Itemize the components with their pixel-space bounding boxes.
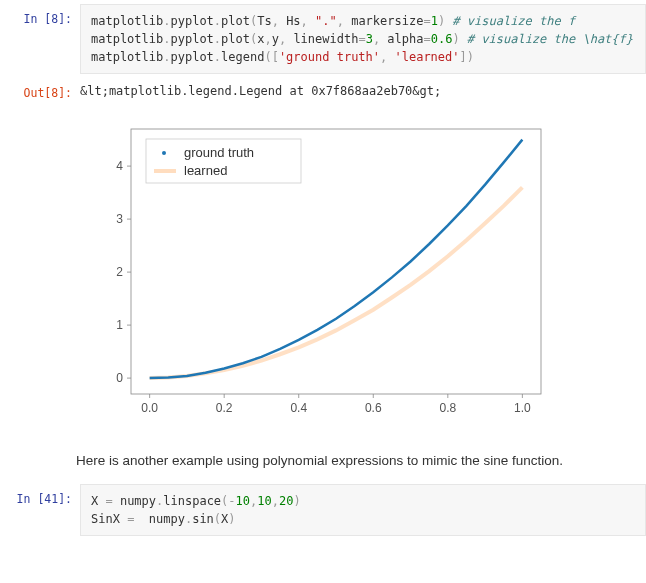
- code-token: ): [452, 32, 459, 46]
- code-comment: # visualize the f: [445, 14, 575, 28]
- code-token: numpy: [113, 494, 156, 508]
- code-token: ".": [315, 14, 337, 28]
- code-token: legend: [221, 50, 264, 64]
- code-token: 10: [236, 494, 250, 508]
- code-token: pyplot: [170, 50, 213, 64]
- code-token: matplotlib: [91, 32, 163, 46]
- code-token: 3: [366, 32, 373, 46]
- code-token: ,: [264, 32, 271, 46]
- code-token: =: [358, 32, 365, 46]
- code-token: Ts: [257, 14, 271, 28]
- chart-output: 0.00.20.40.60.81.001234ground truthlearn…: [0, 104, 646, 441]
- code-token: =: [423, 32, 430, 46]
- svg-point-24: [162, 151, 166, 155]
- code-token: 'ground truth': [279, 50, 380, 64]
- output-prompt: Out[8]:: [0, 78, 80, 100]
- code-token: 1: [431, 14, 438, 28]
- input-prompt: In [8]:: [0, 4, 80, 26]
- code-token: plot: [221, 32, 250, 46]
- code-token: ,: [279, 32, 293, 46]
- code-token: markersize: [351, 14, 423, 28]
- svg-text:3: 3: [116, 212, 123, 226]
- narrative-text: Here is another example using polynomial…: [0, 441, 646, 480]
- code-token: matplotlib: [91, 14, 163, 28]
- code-block: X = numpy.linspace(-10,10,20) SinX = num…: [80, 484, 646, 536]
- output-cell-8: Out[8]: &lt;matplotlib.legend.Legend at …: [0, 78, 646, 100]
- code-token: ([: [264, 50, 278, 64]
- svg-text:1.0: 1.0: [514, 401, 531, 415]
- code-token: pyplot: [170, 32, 213, 46]
- code-token: 'learned': [395, 50, 460, 64]
- code-token: pyplot: [170, 14, 213, 28]
- code-token: =: [423, 14, 430, 28]
- code-token: linspace: [163, 494, 221, 508]
- code-token: X: [91, 494, 105, 508]
- output-text: &lt;matplotlib.legend.Legend at 0x7f868a…: [80, 78, 646, 98]
- code-token: ): [228, 512, 235, 526]
- svg-text:learned: learned: [184, 163, 227, 178]
- svg-text:0.6: 0.6: [365, 401, 382, 415]
- code-token: -: [228, 494, 235, 508]
- code-token: SinX: [91, 512, 127, 526]
- code-token: .: [214, 14, 221, 28]
- code-token: 0.6: [431, 32, 453, 46]
- code-token: .: [214, 32, 221, 46]
- code-token: 10: [257, 494, 271, 508]
- code-block: matplotlib.pyplot.plot(Ts, Hs, ".", mark…: [80, 4, 646, 74]
- svg-text:ground truth: ground truth: [184, 145, 254, 160]
- code-token: alpha: [387, 32, 423, 46]
- code-token: .: [214, 50, 221, 64]
- code-token: ,: [337, 14, 351, 28]
- svg-text:0.8: 0.8: [439, 401, 456, 415]
- code-token: sin: [192, 512, 214, 526]
- svg-text:0.4: 0.4: [290, 401, 307, 415]
- svg-text:1: 1: [116, 318, 123, 332]
- code-comment: # visualize the \hat{f}: [460, 32, 633, 46]
- code-token: numpy: [134, 512, 185, 526]
- code-token: =: [105, 494, 112, 508]
- code-token: y: [272, 32, 279, 46]
- svg-text:0: 0: [116, 371, 123, 385]
- code-token: Hs: [286, 14, 300, 28]
- code-token: plot: [221, 14, 250, 28]
- code-token: ,: [301, 14, 315, 28]
- code-token: matplotlib: [91, 50, 163, 64]
- code-token: ,: [272, 14, 286, 28]
- code-cell-8: In [8]: matplotlib.pyplot.plot(Ts, Hs, "…: [0, 4, 646, 74]
- svg-text:0.0: 0.0: [141, 401, 158, 415]
- code-token: ,: [373, 32, 387, 46]
- line-chart: 0.00.20.40.60.81.001234ground truthlearn…: [76, 114, 556, 434]
- code-token: ,: [272, 494, 279, 508]
- svg-text:2: 2: [116, 265, 123, 279]
- code-cell-41: In [41]: X = numpy.linspace(-10,10,20) S…: [0, 484, 646, 536]
- code-token: ): [293, 494, 300, 508]
- code-token: ]): [460, 50, 474, 64]
- code-token: 20: [279, 494, 293, 508]
- input-prompt: In [41]:: [0, 484, 80, 506]
- code-token: (: [214, 512, 221, 526]
- code-token: ,: [380, 50, 394, 64]
- svg-text:4: 4: [116, 159, 123, 173]
- code-token: linewidth: [293, 32, 358, 46]
- svg-text:0.2: 0.2: [216, 401, 233, 415]
